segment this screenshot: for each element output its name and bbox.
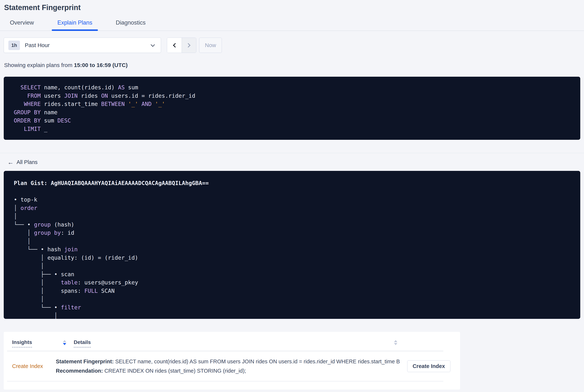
table-row: Create Index Statement Fingerprint: SELE… xyxy=(4,351,460,381)
column-header-insights: Insights xyxy=(12,339,56,348)
now-button[interactable]: Now xyxy=(199,38,222,53)
sql-statement-code: SELECT name, count(rides.id) AS sum FROM… xyxy=(14,84,573,133)
previous-interval-button[interactable] xyxy=(167,38,182,53)
tab-diagnostics[interactable]: Diagnostics xyxy=(110,17,151,30)
time-range-label: Past Hour xyxy=(25,42,151,48)
showing-range-text: Showing explain plans from 15:00 to 16:5… xyxy=(4,62,584,68)
sql-statement-box: SELECT name, count(rides.id) AS sum FROM… xyxy=(4,77,580,140)
sort-desc-icon xyxy=(63,343,66,345)
fingerprint-line: Statement Fingerprint: SELECT name, coun… xyxy=(56,357,400,366)
insights-header-label[interactable]: Insights xyxy=(12,339,32,348)
next-interval-button[interactable] xyxy=(182,38,196,53)
recommendation-label: Recommendation: xyxy=(56,368,103,374)
time-picker-row: 1h Past Hour Now xyxy=(4,38,580,53)
plan-gist-tree: Plan Gist: AgHUAQIABQAAAHYAQIAiAEAAAADCQ… xyxy=(14,179,573,319)
back-arrow-icon: ← xyxy=(7,160,13,165)
all-plans-link[interactable]: ← All Plans xyxy=(7,159,37,165)
insights-table: Insights Details Create Index Statement … xyxy=(4,332,460,390)
page-title: Statement Fingerprint xyxy=(4,3,584,12)
sort-asc-icon xyxy=(63,340,66,342)
fingerprint-label: Statement Fingerprint: xyxy=(56,358,114,364)
chevron-right-icon xyxy=(186,43,190,48)
row-divider xyxy=(7,381,443,382)
details-cell: Statement Fingerprint: SELECT name, coun… xyxy=(56,357,400,376)
insight-cell: Create Index xyxy=(12,363,56,369)
chevron-down-icon xyxy=(151,42,155,47)
details-header-label[interactable]: Details xyxy=(74,339,91,348)
time-range-badge: 1h xyxy=(8,40,20,50)
sort-icon-details[interactable] xyxy=(394,340,397,345)
sort-icon-insights[interactable] xyxy=(63,340,66,345)
tab-overview[interactable]: Overview xyxy=(4,17,39,30)
plan-gist-box: Plan Gist: AgHUAQIABQAAAHYAQIAiAEAAAADCQ… xyxy=(4,171,580,319)
chevron-left-icon xyxy=(173,43,177,48)
recommendation-line: Recommendation: CREATE INDEX ON rides (s… xyxy=(56,366,400,376)
sort-desc-icon xyxy=(394,343,397,345)
insights-table-header: Insights Details xyxy=(4,332,460,348)
tab-bar: Overview Explain Plans Diagnostics xyxy=(0,17,584,31)
tab-explain-plans[interactable]: Explain Plans xyxy=(52,17,98,30)
create-index-button[interactable]: Create Index xyxy=(407,360,450,372)
column-header-details: Details xyxy=(74,339,91,348)
showing-range-bold: 15:00 to 16:59 (UTC) xyxy=(74,62,127,68)
section-divider xyxy=(0,153,584,153)
sort-asc-icon xyxy=(394,340,397,342)
insight-type-link[interactable]: Create Index xyxy=(12,363,43,369)
statement-fingerprint-page: Statement Fingerprint Overview Explain P… xyxy=(0,3,584,392)
time-step-buttons xyxy=(167,38,196,53)
all-plans-label: All Plans xyxy=(16,159,37,165)
time-range-select[interactable]: 1h Past Hour xyxy=(4,38,161,53)
